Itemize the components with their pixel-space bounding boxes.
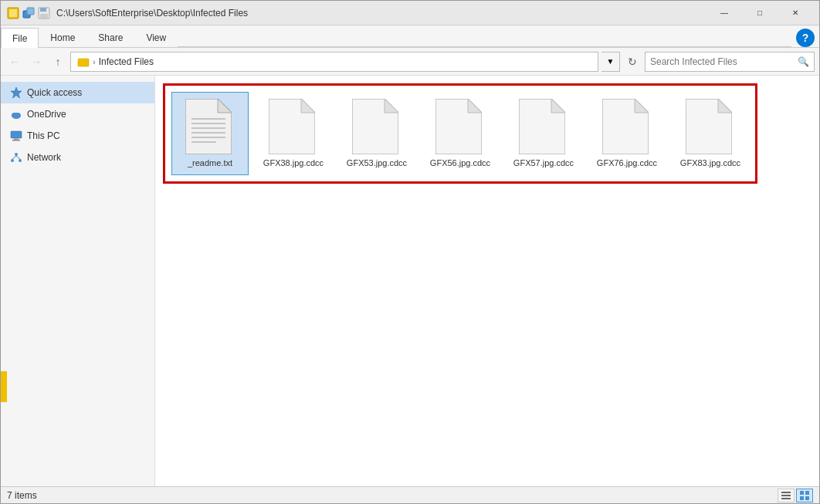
close-button[interactable]: ✕ xyxy=(778,1,813,25)
sidebar-item-this-pc[interactable]: This PC xyxy=(1,125,154,147)
file-icon-gfx83 xyxy=(686,99,735,154)
pc-icon xyxy=(10,130,22,142)
svg-point-17 xyxy=(11,159,14,162)
view-toggle xyxy=(778,489,813,502)
svg-rect-43 xyxy=(781,498,791,499)
file-name-readme: _readme.txt xyxy=(188,157,232,168)
svg-marker-38 xyxy=(635,99,649,113)
svg-point-12 xyxy=(15,113,21,117)
view-details-button[interactable] xyxy=(778,489,795,502)
sidebar-item-network[interactable]: Network xyxy=(1,147,154,168)
file-name-gfx76: GFX76.jpg.cdcc xyxy=(597,157,657,168)
svg-rect-1 xyxy=(9,9,17,17)
tab-share[interactable]: Share xyxy=(86,27,134,47)
title-bar-icons xyxy=(7,7,50,19)
svg-rect-3 xyxy=(27,8,34,15)
svg-marker-30 xyxy=(301,99,315,113)
svg-rect-15 xyxy=(12,140,20,141)
file-item-gfx83[interactable]: GFX83.jpg.cdcc xyxy=(672,92,749,175)
tab-view[interactable]: View xyxy=(134,27,178,47)
minimize-button[interactable]: — xyxy=(706,1,742,25)
search-box: 🔍 xyxy=(645,52,815,72)
tiles-view-icon xyxy=(799,490,810,501)
svg-rect-41 xyxy=(781,492,791,493)
search-input[interactable] xyxy=(650,56,798,67)
star-icon xyxy=(10,86,22,99)
svg-rect-47 xyxy=(805,496,809,500)
title-bar-controls: — □ ✕ xyxy=(706,1,813,25)
title-bar: C:\Users\SoftEnterprise\Desktop\Infected… xyxy=(1,1,819,25)
file-icon-gfx76 xyxy=(602,99,652,154)
svg-marker-36 xyxy=(551,99,565,113)
status-bar: 7 items xyxy=(1,486,819,503)
file-item-gfx56[interactable]: GFX56.jpg.cdcc xyxy=(422,92,499,175)
yellow-accent xyxy=(1,371,7,402)
svg-marker-22 xyxy=(218,99,232,113)
svg-point-18 xyxy=(19,159,22,162)
file-name-gfx53: GFX53.jpg.cdcc xyxy=(347,157,407,168)
file-item-readme[interactable]: _readme.txt xyxy=(171,92,249,175)
file-item-gfx76[interactable]: GFX76.jpg.cdcc xyxy=(588,92,666,175)
tab-home[interactable]: Home xyxy=(39,27,86,47)
file-name-gfx56: GFX56.jpg.cdcc xyxy=(430,157,490,168)
refresh-button[interactable]: ↻ xyxy=(623,52,642,71)
qat-icon-save[interactable] xyxy=(38,7,50,19)
files-grid: _readme.txt GFX38.jpg.cdcc xyxy=(163,83,757,184)
svg-line-20 xyxy=(16,156,20,159)
svg-rect-13 xyxy=(11,131,22,138)
svg-point-16 xyxy=(15,153,18,156)
cdcc-file-icon-4 xyxy=(519,99,565,154)
svg-rect-8 xyxy=(78,59,83,61)
ribbon: File Home Share View ? xyxy=(1,25,819,48)
help-button[interactable]: ? xyxy=(796,29,815,47)
file-name-gfx38: GFX38.jpg.cdcc xyxy=(263,157,324,168)
title-bar-text: C:\Users\SoftEnterprise\Desktop\Infected… xyxy=(56,8,706,19)
search-icon: 🔍 xyxy=(798,56,809,67)
svg-rect-5 xyxy=(40,8,46,12)
file-icon-readme xyxy=(185,99,235,154)
sidebar-label-this-pc: This PC xyxy=(27,130,60,141)
back-button[interactable]: ← xyxy=(5,52,24,71)
file-item-gfx57[interactable]: GFX57.jpg.cdcc xyxy=(505,92,582,175)
svg-rect-44 xyxy=(800,491,804,495)
view-tiles-button[interactable] xyxy=(796,489,813,502)
status-item-count: 7 items xyxy=(7,490,778,501)
txt-file-icon xyxy=(185,99,232,154)
address-dropdown[interactable]: ▼ xyxy=(601,52,620,72)
explorer-window: C:\Users\SoftEnterprise\Desktop\Infected… xyxy=(0,0,820,504)
cdcc-file-icon-3 xyxy=(435,99,482,154)
cdcc-file-icon-5 xyxy=(602,99,649,154)
address-breadcrumb[interactable]: › Infected Files xyxy=(70,52,598,72)
cdcc-file-icon-6 xyxy=(686,99,732,154)
up-button[interactable]: ↑ xyxy=(49,52,67,71)
main-content: Quick access OneDrive This PC xyxy=(1,76,819,486)
sidebar-item-quick-access[interactable]: Quick access xyxy=(1,82,154,103)
details-view-icon xyxy=(781,490,791,501)
svg-rect-6 xyxy=(40,14,48,18)
sidebar-label-onedrive: OneDrive xyxy=(27,109,66,120)
sidebar-item-onedrive[interactable]: OneDrive xyxy=(1,103,154,125)
file-item-gfx53[interactable]: GFX53.jpg.cdcc xyxy=(338,92,415,175)
svg-rect-46 xyxy=(800,496,804,500)
cdcc-file-icon-1 xyxy=(269,99,315,154)
file-area: _readme.txt GFX38.jpg.cdcc xyxy=(155,76,819,486)
tab-file[interactable]: File xyxy=(1,28,39,48)
file-icon-gfx38 xyxy=(269,99,318,154)
svg-marker-34 xyxy=(468,99,482,113)
svg-rect-14 xyxy=(14,138,19,140)
sidebar: Quick access OneDrive This PC xyxy=(1,76,155,486)
current-folder: Infected Files xyxy=(99,56,154,67)
maximize-button[interactable]: □ xyxy=(742,1,778,25)
folder-icon xyxy=(77,56,90,68)
svg-marker-9 xyxy=(11,87,22,98)
ribbon-tabs: File Home Share View ? xyxy=(1,25,819,47)
file-icon-gfx56 xyxy=(435,99,485,154)
network-icon xyxy=(10,151,22,164)
file-item-gfx38[interactable]: GFX38.jpg.cdcc xyxy=(255,92,332,175)
forward-button[interactable]: → xyxy=(27,52,46,71)
file-name-gfx83: GFX83.jpg.cdcc xyxy=(680,157,740,168)
svg-marker-40 xyxy=(718,99,732,113)
qat-icon-2 xyxy=(22,7,35,19)
sidebar-label-network: Network xyxy=(27,152,61,163)
file-icon-gfx53 xyxy=(352,99,402,154)
